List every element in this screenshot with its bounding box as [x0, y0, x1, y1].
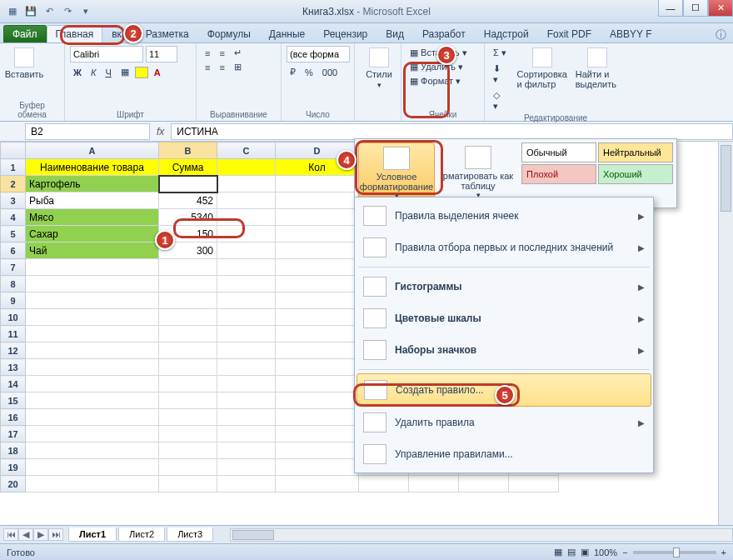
cell-A11[interactable]: [26, 326, 159, 342]
cf-color-scales[interactable]: Цветовые шкалы▶: [357, 302, 651, 334]
row-header-6[interactable]: 6: [1, 242, 26, 259]
tab-addins[interactable]: Надстрой: [475, 25, 538, 42]
cell-D14[interactable]: [276, 376, 359, 392]
cell-A3[interactable]: Рыба: [26, 192, 159, 209]
sort-filter-button[interactable]: Сортировка и фильтр: [516, 46, 569, 113]
cell-B13[interactable]: [159, 359, 217, 376]
font-family-combo[interactable]: Calibri: [70, 46, 143, 62]
scrollbar-thumb[interactable]: [721, 145, 731, 212]
format-cells-button[interactable]: ▦ Формат ▾: [406, 74, 479, 88]
cell-C7[interactable]: [217, 259, 276, 276]
cell-F20[interactable]: [409, 476, 459, 492]
cf-highlight-rules[interactable]: Правила выделения ячеек▶: [357, 200, 651, 232]
tab-home[interactable]: Главная: [47, 25, 103, 42]
clear-button[interactable]: ◇ ▾: [490, 88, 511, 113]
cell-A12[interactable]: [26, 342, 159, 359]
cell-C17[interactable]: [217, 426, 276, 442]
row-header-5[interactable]: 5: [1, 226, 26, 242]
formula-input[interactable]: [171, 123, 733, 140]
percent-button[interactable]: %: [302, 66, 317, 79]
cf-data-bars[interactable]: Гистограммы▶: [357, 271, 651, 302]
minimize-button[interactable]: —: [658, 0, 683, 17]
cell-D4[interactable]: [276, 209, 359, 226]
cell-A4[interactable]: Мясо: [26, 209, 159, 226]
sheet-tab-2[interactable]: Лист2: [118, 528, 165, 542]
font-size-combo[interactable]: 11: [146, 46, 177, 62]
cell-C8[interactable]: [217, 276, 276, 292]
cell-B12[interactable]: [159, 342, 217, 359]
cell-C12[interactable]: [217, 342, 276, 359]
row-header-13[interactable]: 13: [1, 359, 26, 376]
redo-icon[interactable]: ↷: [60, 4, 75, 19]
cell-B17[interactable]: [159, 426, 217, 442]
cell-C15[interactable]: [217, 392, 276, 409]
cell-A6[interactable]: Чай: [26, 242, 159, 259]
vertical-scrollbar[interactable]: [718, 142, 733, 525]
cell-C3[interactable]: [217, 192, 276, 209]
bold-button[interactable]: Ж: [70, 66, 85, 79]
cell-C10[interactable]: [217, 309, 276, 326]
row-header-15[interactable]: 15: [1, 392, 26, 409]
cell-C11[interactable]: [217, 326, 276, 342]
number-format-combo[interactable]: (все форма: [287, 46, 350, 62]
merge-button[interactable]: ⊞: [231, 60, 245, 74]
style-neutral[interactable]: Нейтральный: [598, 142, 673, 162]
view-layout-icon[interactable]: ▤: [567, 547, 576, 558]
cell-D18[interactable]: [276, 442, 359, 459]
maximize-button[interactable]: ☐: [683, 0, 708, 17]
font-color-button[interactable]: A: [151, 66, 164, 79]
help-icon[interactable]: ⓘ: [716, 28, 726, 42]
undo-icon[interactable]: ↶: [42, 4, 57, 19]
cell-A16[interactable]: [26, 409, 159, 426]
tab-data[interactable]: Данные: [260, 25, 314, 42]
row-header-14[interactable]: 14: [1, 376, 26, 392]
cell-D20[interactable]: [276, 476, 359, 492]
cell-E20[interactable]: [359, 476, 409, 492]
cell-B1[interactable]: Сумма: [159, 159, 217, 176]
cell-A8[interactable]: [26, 276, 159, 292]
sheet-nav-buttons[interactable]: ⏮◀▶⏭: [0, 528, 67, 541]
cell-C9[interactable]: [217, 292, 276, 309]
cell-C13[interactable]: [217, 359, 276, 376]
cell-A9[interactable]: [26, 292, 159, 309]
scrollbar-thumb[interactable]: [232, 530, 274, 540]
format-as-table-button[interactable]: рматировать как таблицу▾: [440, 142, 516, 202]
fill-button[interactable]: ⬇ ▾: [490, 62, 511, 87]
row-header-11[interactable]: 11: [1, 326, 26, 342]
fill-color-button[interactable]: [135, 67, 148, 78]
align-center-button[interactable]: ≡: [216, 61, 227, 74]
row-header-4[interactable]: 4: [1, 209, 26, 226]
cell-A15[interactable]: [26, 392, 159, 409]
zoom-thumb[interactable]: [673, 548, 680, 558]
cell-C20[interactable]: [217, 476, 276, 492]
style-good[interactable]: Хороший: [598, 164, 673, 184]
save-icon[interactable]: 💾: [23, 4, 38, 19]
cell-D17[interactable]: [276, 426, 359, 442]
row-header-12[interactable]: 12: [1, 342, 26, 359]
row-header-16[interactable]: 16: [1, 409, 26, 426]
cell-D13[interactable]: [276, 359, 359, 376]
align-left-button[interactable]: ≡: [202, 61, 213, 74]
cell-A2[interactable]: Картофель: [26, 176, 159, 192]
cell-B10[interactable]: [159, 309, 217, 326]
col-header-A[interactable]: A: [26, 142, 159, 159]
cell-D7[interactable]: [276, 259, 359, 276]
tab-abbyy[interactable]: ABBYY F: [601, 25, 661, 42]
name-box[interactable]: B2: [25, 123, 150, 140]
paste-button[interactable]: Вставить: [5, 46, 43, 81]
cell-D15[interactable]: [276, 392, 359, 409]
row-header-9[interactable]: 9: [1, 292, 26, 309]
cell-C6[interactable]: [217, 242, 276, 259]
qat-more-icon[interactable]: ▾: [78, 4, 93, 19]
zoom-slider[interactable]: [633, 551, 716, 554]
cell-B14[interactable]: [159, 376, 217, 392]
row-header-17[interactable]: 17: [1, 426, 26, 442]
view-normal-icon[interactable]: ▦: [554, 547, 562, 558]
sheet-tab-3[interactable]: Лист3: [167, 528, 213, 542]
horizontal-scrollbar[interactable]: [230, 528, 733, 542]
cf-manage-rules[interactable]: Управление правилами...: [357, 438, 651, 470]
align-top-button[interactable]: ≡: [202, 47, 213, 60]
style-normal[interactable]: Обычный: [521, 142, 596, 162]
cell-C14[interactable]: [217, 376, 276, 392]
style-bad[interactable]: Плохой: [521, 164, 596, 184]
